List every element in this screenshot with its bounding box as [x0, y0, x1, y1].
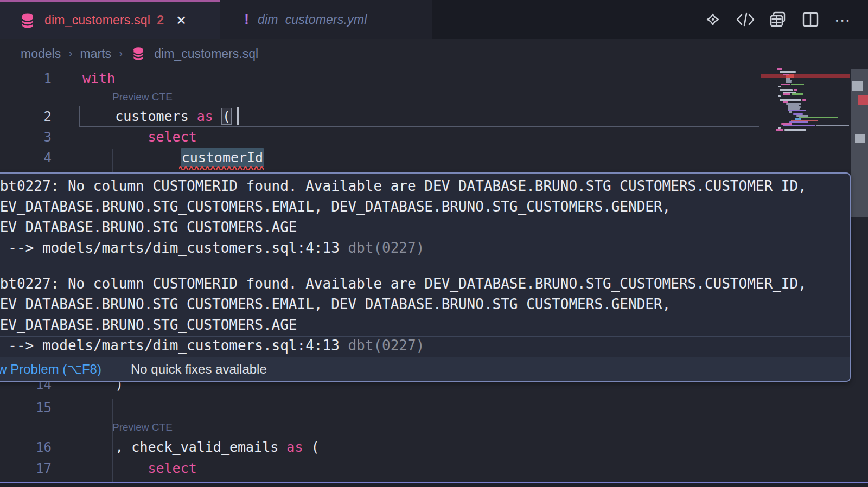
error-hover-widget: dbt0227: No column CUSTOMERID found. Ava… — [0, 172, 851, 382]
tab-problem-count-badge: 2 — [157, 13, 164, 28]
error-squiggle — [179, 165, 264, 170]
diagnostic-source: dbt(0227) — [348, 337, 424, 354]
minimap-code-row — [777, 68, 782, 70]
error-message-line: --> models/marts/dim_customers.sql:4:13 … — [0, 238, 850, 258]
query-results-icon[interactable] — [768, 10, 788, 29]
minimap-code-row — [789, 111, 792, 113]
code-line-text: select — [82, 458, 197, 479]
minimap-code-row — [791, 84, 804, 85]
error-message-line: dbt0227: No column CUSTOMERID found. Ava… — [0, 273, 850, 294]
minimap-code-row — [784, 129, 806, 131]
minimap-code-row — [778, 127, 781, 129]
breadcrumb-marts[interactable]: marts — [80, 47, 111, 61]
panel-top-strip — [0, 483, 868, 487]
minimap-code-row — [792, 93, 803, 95]
hover-status-bar: View Problem (⌥F8) No quick fixes availa… — [0, 357, 850, 381]
minimap-code-row — [780, 89, 793, 91]
minimap-code-row — [783, 74, 789, 75]
code-line[interactable]: 16 , check_valid_emails as ( — [0, 437, 760, 458]
minimap-code-row — [781, 84, 790, 85]
minimap-code-row — [816, 125, 849, 126]
code-line[interactable]: 1with — [0, 68, 760, 89]
text-cursor — [237, 107, 239, 125]
overview-error-mark — [858, 95, 868, 105]
editor-tab-bar: dim_customers.sql 2 ✕ ! dim_customers.ym… — [0, 0, 868, 39]
chevron-right-icon: › — [68, 47, 72, 61]
error-message-line: --> models/marts/dim_customers.sql:4:13 … — [0, 335, 850, 356]
dbt-power-user-icon[interactable] — [703, 10, 723, 29]
database-icon — [131, 47, 145, 61]
code-line[interactable]: 2 customers as ( — [0, 106, 760, 127]
minimap-code-row — [780, 71, 796, 73]
vscode-editor-window: dim_customers.sql 2 ✕ ! dim_customers.ym… — [0, 0, 868, 487]
code-line[interactable]: 17 select — [0, 458, 760, 479]
minimap-code-row — [786, 81, 792, 83]
compiled-code-icon[interactable] — [736, 10, 755, 29]
line-number: 3 — [0, 127, 52, 148]
error-message-line: DEV_DATABASE.BRUNO.STG_CUSTOMERS.EMAIL, … — [0, 196, 850, 217]
code-line-text: , check_valid_emails as ( — [82, 437, 320, 458]
code-line[interactable]: 3 select — [0, 127, 760, 148]
codelens-preview-cte[interactable]: Preview CTE — [112, 419, 173, 435]
line-number: 15 — [0, 398, 52, 418]
hover-divider — [0, 336, 850, 337]
overview-mark — [855, 134, 865, 143]
code-editor[interactable]: 1withPreview CTE2 customers as (3 select… — [0, 68, 868, 487]
code-line-text: select — [82, 127, 197, 148]
minimap-error-line — [761, 74, 850, 78]
minimap-code-row — [794, 89, 797, 91]
error-message-line: DEV_DATABASE.BRUNO.STG_CUSTOMERS.AGE — [0, 217, 850, 238]
view-problem-link[interactable]: View Problem (⌥F8) — [0, 362, 101, 377]
minimap-code-row — [802, 99, 806, 101]
line-number: 17 — [0, 458, 52, 479]
overview-mark — [852, 81, 863, 91]
quick-fix-message: No quick fixes available — [131, 362, 267, 377]
tab-label: dim_customers.sql — [44, 13, 150, 28]
warning-exclamation-icon: ! — [244, 11, 249, 28]
minimap-code-row — [776, 129, 783, 131]
line-number: 2 — [0, 106, 52, 127]
codelens-preview-cte[interactable]: Preview CTE — [112, 89, 173, 105]
minimap-code-row — [783, 93, 790, 95]
split-editor-icon[interactable] — [801, 10, 820, 29]
error-message-line: DEV_DATABASE.BRUNO.STG_CUSTOMERS.AGE — [0, 315, 850, 335]
diagnostic-source: dbt(0227) — [348, 240, 424, 256]
tab-label: dim_customers.yml — [258, 12, 367, 27]
more-actions-icon[interactable]: ⋯ — [833, 10, 853, 29]
line-number: 16 — [0, 437, 52, 458]
minimap-code-row — [780, 99, 801, 101]
vertical-scrollbar[interactable] — [851, 69, 868, 217]
minimap-code-row — [789, 121, 808, 123]
minimap-code-row — [778, 86, 781, 87]
line-number: 1 — [0, 68, 52, 89]
database-icon — [20, 12, 36, 29]
code-line[interactable]: 15 — [0, 398, 760, 418]
breadcrumb: models › marts › dim_customers.sql — [21, 39, 258, 68]
hover-divider — [0, 267, 850, 267]
minimap-code-row — [778, 95, 781, 97]
breadcrumb-models[interactable]: models — [21, 47, 61, 61]
close-icon[interactable]: ✕ — [176, 13, 187, 28]
editor-actions: ⋯ — [703, 0, 853, 39]
error-message-block: dbt0227: No column CUSTOMERID found. Ava… — [0, 176, 850, 258]
tab-dim-customers-sql[interactable]: dim_customers.sql 2 ✕ — [0, 0, 220, 39]
error-message-block: dbt0227: No column CUSTOMERID found. Ava… — [0, 273, 850, 356]
error-message-line: dbt0227: No column CUSTOMERID found. Ava… — [0, 176, 850, 196]
tab-dim-customers-yml[interactable]: ! dim_customers.yml — [220, 0, 432, 39]
code-line-text: with — [82, 68, 115, 89]
minimap-code-row — [799, 117, 838, 118]
code-line-text: customers as ( — [82, 106, 232, 127]
minimap-code-row — [783, 125, 815, 126]
breadcrumb-file[interactable]: dim_customers.sql — [154, 47, 258, 61]
line-number: 4 — [0, 148, 52, 168]
chevron-right-icon: › — [119, 47, 123, 61]
code-line[interactable]: 4 customerId — [0, 148, 760, 168]
error-message-line: DEV_DATABASE.BRUNO.STG_CUSTOMERS.EMAIL, … — [0, 294, 850, 315]
